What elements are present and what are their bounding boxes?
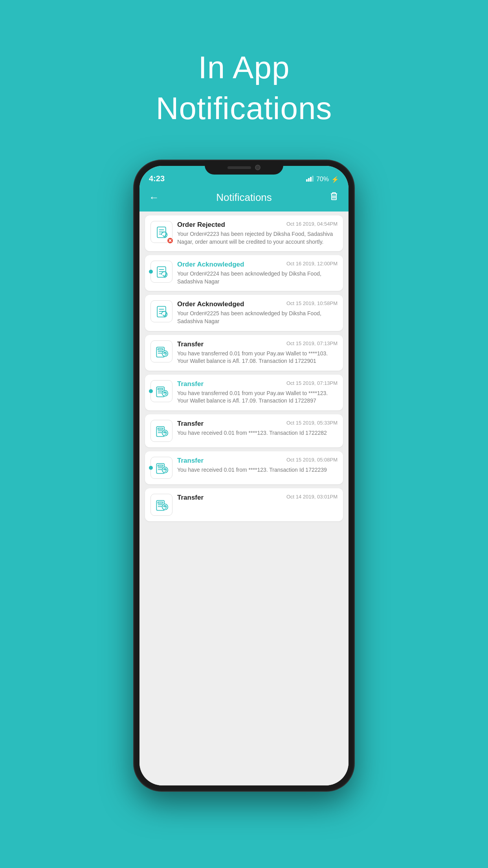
notif-top-row: Order RejectedOct 16 2019, 04:54PM bbox=[177, 221, 338, 229]
page-title: Notifications bbox=[216, 191, 272, 204]
phone-notch bbox=[205, 160, 283, 175]
notif-title: Transfer bbox=[177, 340, 204, 348]
notif-title: Transfer bbox=[177, 420, 204, 428]
notif-body: You have transferred 0.01 from your Pay.… bbox=[177, 390, 338, 405]
notif-body: Your Order#2223 has been rejected by Dik… bbox=[177, 230, 338, 246]
notif-content: Order RejectedOct 16 2019, 04:54PMYour O… bbox=[177, 221, 338, 246]
notif-content: TransferOct 15 2019, 05:08PMYou have rec… bbox=[177, 457, 338, 474]
notif-date: Oct 15 2019, 05:33PM bbox=[286, 420, 338, 426]
notif-body: You have received 0.01 from ****123. Tra… bbox=[177, 466, 338, 474]
notif-title: Transfer bbox=[177, 494, 204, 502]
notifications-list: Order RejectedOct 16 2019, 04:54PMYour O… bbox=[139, 211, 349, 785]
signal-icon bbox=[306, 175, 314, 183]
notif-date: Oct 15 2019, 07:13PM bbox=[286, 340, 338, 346]
svg-rect-2 bbox=[310, 177, 312, 182]
notif-top-row: TransferOct 15 2019, 07:13PM bbox=[177, 340, 338, 348]
notification-card[interactable]: Order AcknowledgedOct 16 2019, 12:00PMYo… bbox=[145, 255, 343, 291]
svg-rect-39 bbox=[158, 465, 163, 467]
svg-rect-1 bbox=[308, 178, 310, 182]
notif-icon-wrap bbox=[150, 340, 172, 362]
notif-title: Order Acknowledged bbox=[177, 261, 244, 268]
notif-date: Oct 15 2019, 10:58PM bbox=[286, 300, 338, 306]
notif-top-row: Order AcknowledgedOct 16 2019, 12:00PM bbox=[177, 261, 338, 268]
battery-text: 70% bbox=[316, 176, 329, 183]
svg-rect-24 bbox=[158, 348, 163, 350]
notif-date: Oct 15 2019, 05:08PM bbox=[286, 457, 338, 463]
notif-body: You have received 0.01 from ****123. Tra… bbox=[177, 429, 338, 437]
notif-body: You have transferred 0.01 from your Pay.… bbox=[177, 350, 338, 365]
unread-indicator bbox=[149, 466, 153, 470]
notif-content: TransferOct 15 2019, 05:33PMYou have rec… bbox=[177, 420, 338, 437]
svg-rect-0 bbox=[306, 179, 308, 182]
notif-icon-wrap bbox=[150, 261, 172, 283]
back-button[interactable]: ← bbox=[149, 191, 159, 204]
notification-card[interactable]: TransferOct 15 2019, 05:33PMYou have rec… bbox=[145, 414, 343, 447]
notification-card[interactable]: TransferOct 15 2019, 07:13PMYou have tra… bbox=[145, 335, 343, 371]
notification-card[interactable]: TransferOct 15 2019, 05:08PMYou have rec… bbox=[145, 451, 343, 484]
notif-icon-wrap bbox=[150, 494, 172, 516]
notif-content: TransferOct 14 2019, 03:01PM bbox=[177, 494, 338, 503]
svg-rect-3 bbox=[312, 176, 314, 182]
notif-date: Oct 16 2019, 12:00PM bbox=[286, 261, 338, 267]
phone-mockup: 4:23 70% ⚡ ← Not bbox=[134, 160, 354, 791]
status-time: 4:23 bbox=[149, 174, 165, 183]
notif-content: Order AcknowledgedOct 15 2019, 10:58PMYo… bbox=[177, 300, 338, 325]
notif-date: Oct 14 2019, 03:01PM bbox=[286, 494, 338, 500]
notification-card[interactable]: TransferOct 14 2019, 03:01PM bbox=[145, 488, 343, 521]
svg-rect-44 bbox=[158, 502, 163, 504]
notif-content: TransferOct 15 2019, 07:13PMYou have tra… bbox=[177, 340, 338, 365]
reject-badge bbox=[167, 237, 174, 244]
speaker bbox=[227, 166, 251, 169]
notif-top-row: TransferOct 14 2019, 03:01PM bbox=[177, 494, 338, 502]
bolt-icon: ⚡ bbox=[331, 176, 339, 183]
notif-icon-wrap bbox=[150, 300, 172, 322]
unread-indicator bbox=[149, 270, 153, 274]
notif-date: Oct 15 2019, 07:13PM bbox=[286, 380, 338, 386]
notif-title: Order Rejected bbox=[177, 221, 225, 229]
notif-icon-wrap bbox=[150, 380, 172, 402]
notification-card[interactable]: Order RejectedOct 16 2019, 04:54PMYour O… bbox=[145, 215, 343, 251]
notification-card[interactable]: Order AcknowledgedOct 15 2019, 10:58PMYo… bbox=[145, 295, 343, 331]
app-header: ← Notifications bbox=[139, 186, 349, 211]
hero-line1: In App bbox=[156, 47, 332, 88]
notif-top-row: TransferOct 15 2019, 07:13PM bbox=[177, 380, 338, 388]
notif-content: Order AcknowledgedOct 16 2019, 12:00PMYo… bbox=[177, 261, 338, 285]
notif-top-row: TransferOct 15 2019, 05:08PM bbox=[177, 457, 338, 465]
notif-title: Transfer bbox=[177, 380, 204, 388]
notif-top-row: TransferOct 15 2019, 05:33PM bbox=[177, 420, 338, 428]
notif-icon-wrap bbox=[150, 457, 172, 479]
notif-body: Your Order#2225 has been acknowledged by… bbox=[177, 310, 338, 325]
delete-all-button[interactable] bbox=[329, 191, 339, 204]
notif-title: Transfer bbox=[177, 457, 204, 465]
status-icons: 70% ⚡ bbox=[306, 175, 339, 183]
notification-card[interactable]: TransferOct 15 2019, 07:13PMYou have tra… bbox=[145, 375, 343, 410]
notif-body: Your Order#2224 has been acknowledged by… bbox=[177, 270, 338, 285]
notif-date: Oct 16 2019, 04:54PM bbox=[286, 221, 338, 227]
notif-icon-wrap bbox=[150, 420, 172, 442]
camera bbox=[255, 165, 261, 170]
svg-rect-29 bbox=[158, 388, 163, 390]
notif-icon-wrap bbox=[150, 221, 172, 243]
notif-content: TransferOct 15 2019, 07:13PMYou have tra… bbox=[177, 380, 338, 405]
notif-title: Order Acknowledged bbox=[177, 300, 244, 308]
unread-indicator bbox=[149, 389, 153, 393]
svg-rect-34 bbox=[158, 428, 163, 430]
hero-line2: Notifications bbox=[156, 88, 332, 129]
notif-top-row: Order AcknowledgedOct 15 2019, 10:58PM bbox=[177, 300, 338, 308]
hero-title: In App Notifications bbox=[156, 47, 332, 129]
